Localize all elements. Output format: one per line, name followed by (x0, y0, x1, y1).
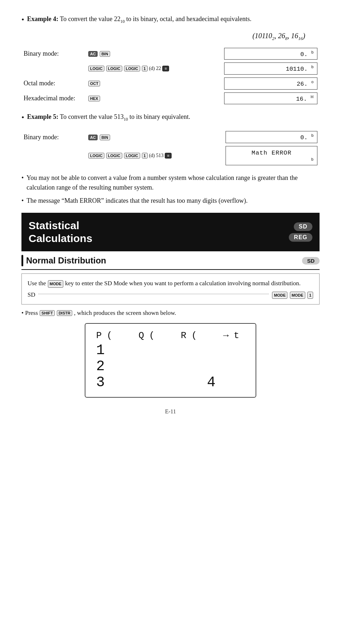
info-box-text1: Use the (28, 280, 48, 287)
stat-title-line1: Statistical (29, 219, 92, 232)
binary-display1: 0. b (224, 48, 317, 60)
example4-label: Example 4: (27, 15, 59, 22)
logic-key2-5[interactable]: LOGIC (106, 153, 122, 159)
binary-sup1-5: b (311, 133, 313, 137)
hex-mode-keys: HEX (86, 91, 222, 106)
binary-display2: 10110. b (224, 62, 317, 75)
math-error-text: Math ERROR (252, 150, 292, 156)
eq-key5[interactable]: = (165, 153, 171, 159)
info-bullet1-text: You may not be able to convert a value f… (26, 173, 320, 192)
one-key5[interactable]: 1 (142, 153, 148, 159)
sub-10: 10 (120, 19, 125, 24)
info-box-sd-row: SD MODE MODE 1 (28, 290, 313, 300)
oct-key[interactable]: OCT (88, 81, 100, 86)
binary-sup1: b (311, 50, 313, 54)
distr-key[interactable]: DISTR (57, 310, 72, 316)
info-bullets: • You may not be able to convert a value… (21, 173, 320, 206)
screen-top-row: P( Q( R( →t (96, 330, 245, 341)
d-label: (d) 22 (149, 66, 161, 71)
stat-badges: SD REG (289, 222, 312, 242)
mode-keys-row: MODE MODE 1 (272, 290, 313, 300)
binary-mode-label2-5 (21, 145, 86, 167)
binary-mode-label-5: Binary mode: (21, 130, 86, 145)
example5-text: Example 5: To convert the value 51310 to… (27, 112, 320, 123)
page-number: E-11 (21, 408, 320, 415)
ac-key[interactable]: AC (88, 51, 98, 57)
octal-mode-row: Octal mode: OCT 26. o (21, 76, 320, 91)
math-error-display: Math ERROR b (226, 146, 317, 165)
sd-badge: SD (294, 222, 312, 231)
press-text: • Press (21, 310, 38, 317)
mode-key-info[interactable]: MODE (48, 280, 63, 288)
binary-mode-row1-5: Binary mode: AC BIN 0. b (21, 130, 320, 145)
hex-mode-label: Hexadecimal mode: (21, 91, 86, 106)
normal-dist-sd-badge: SD (302, 257, 320, 265)
section-bar (21, 255, 23, 266)
info-bullet-dot2: • (21, 196, 24, 206)
sd-label: SD (28, 290, 35, 300)
info-box-text2: key to enter the SD Mode when you want t… (65, 280, 301, 287)
binary-mode-label2 (21, 61, 86, 76)
info-bullet2-text: The message “Math ERROR” indicates that … (26, 196, 247, 206)
bin-key5[interactable]: BIN (100, 135, 110, 140)
bullet-dot: • (21, 14, 24, 25)
screen-display: P( Q( R( →t 1 2 3 4 (85, 323, 256, 398)
info-bullet2: • The message “Math ERROR” indicates tha… (21, 196, 320, 206)
stat-title: Statistical Calculations (29, 219, 92, 245)
binary-mode-keys1-5: AC BIN (86, 130, 223, 145)
logic-key1-5[interactable]: LOGIC (88, 153, 104, 159)
logic-key3-5[interactable]: LOGIC (124, 153, 140, 159)
example4-answer: (101102, 268, 1616) (21, 32, 320, 41)
example5-calc-table: Binary mode: AC BIN 0. b LOGIC LOGIC LOG… (21, 130, 320, 167)
one-key[interactable]: 1 (142, 66, 148, 71)
example5-section: • Example 5: To convert the value 51310 … (21, 112, 320, 123)
press-text-after: , which produces the screen shown below. (74, 310, 176, 317)
sub-10-5: 10 (124, 117, 128, 122)
binary-mode-row2-5: LOGIC LOGIC LOGIC 1 (d) 513 = Math ERROR… (21, 145, 320, 167)
binary-mode-row2: LOGIC LOGIC LOGIC 1 (d) 22 = 10110. b (21, 61, 320, 76)
screen-bottom-row: 1 2 3 4 (96, 342, 245, 391)
example4-calc-table: Binary mode: AC BIN 0. b LOGIC LOGIC LOG… (21, 46, 320, 106)
octal-display: 26. o (224, 77, 317, 90)
stat-header: Statistical Calculations SD REG (21, 213, 320, 251)
binary-sup2: b (311, 65, 313, 69)
bin-key[interactable]: BIN (100, 51, 110, 57)
binary-mode-keys2: LOGIC LOGIC LOGIC 1 (d) 22 = (86, 61, 222, 76)
reg-badge: REG (289, 233, 312, 242)
keys-row5: LOGIC LOGIC LOGIC 1 (d) 513 = (88, 153, 221, 159)
mode-key2[interactable]: MODE (290, 292, 305, 299)
normal-dist-title: Normal Distribution (26, 256, 106, 266)
shift-key[interactable]: SHIFT (40, 310, 55, 316)
press-instruction: • Press SHIFT DISTR , which produces the… (21, 310, 320, 317)
d-label5: (d) 513 (149, 153, 164, 159)
bullet-dot5: • (21, 112, 24, 123)
octal-sup: o (311, 80, 313, 84)
logic-key1[interactable]: LOGIC (88, 66, 104, 71)
ac-key5[interactable]: AC (88, 135, 98, 140)
hex-key[interactable]: HEX (88, 96, 100, 101)
binary-mode-label: Binary mode: (21, 46, 86, 61)
dotted-line (38, 294, 269, 294)
info-bullet1: • You may not be able to convert a value… (21, 173, 320, 192)
one-key-mode[interactable]: 1 (307, 292, 313, 299)
octal-mode-keys: OCT (86, 76, 222, 91)
example5-body: To convert the value 51310 to its binary… (60, 113, 190, 120)
octal-mode-label: Octal mode: (21, 76, 86, 91)
error-sub: b (229, 157, 313, 162)
info-bullet-dot1: • (21, 173, 24, 192)
example4-body: To convert the value 2210 to its binary,… (60, 15, 251, 22)
answer-text: (101102, 268, 1616) (252, 32, 305, 40)
example4-section: • Example 4: To convert the value 2210 t… (21, 14, 320, 25)
section-header-left: Normal Distribution (21, 255, 106, 266)
eq-key[interactable]: = (162, 66, 169, 71)
binary-mode-keys1: AC BIN (86, 46, 222, 61)
binary-display1-5: 0. b (226, 131, 317, 143)
stat-title-line2: Calculations (29, 232, 92, 245)
logic-key3[interactable]: LOGIC (124, 66, 140, 71)
binary-mode-keys2-5: LOGIC LOGIC LOGIC 1 (d) 513 = (86, 145, 223, 167)
logic-key2[interactable]: LOGIC (106, 66, 122, 71)
hex-display: 16. H (224, 92, 317, 105)
example5-label: Example 5: (27, 113, 59, 120)
mode-key1[interactable]: MODE (272, 292, 287, 299)
info-box: Use the MODE key to enter the SD Mode wh… (21, 273, 320, 305)
